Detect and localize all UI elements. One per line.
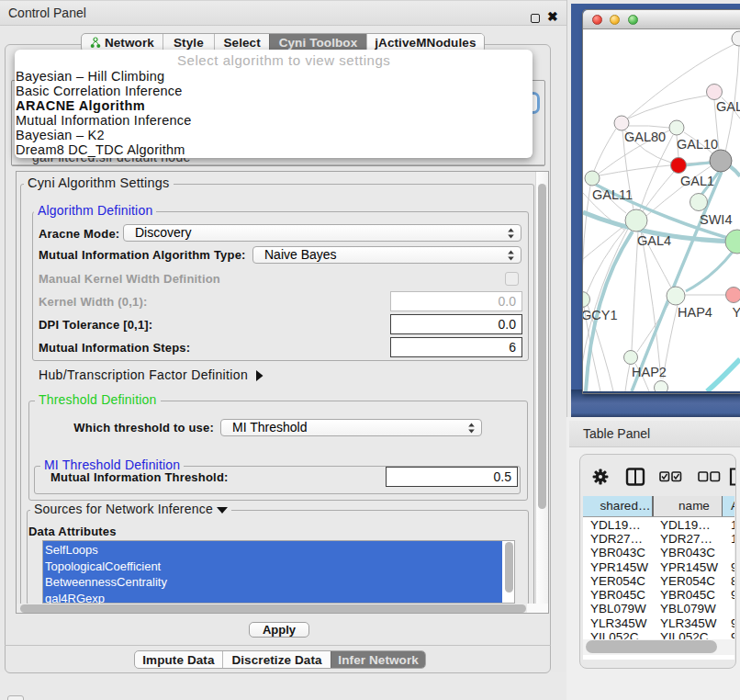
svg-text:GAL1: GAL1 xyxy=(680,174,714,188)
svg-text:GCY1: GCY1 xyxy=(583,308,618,322)
svg-text:HAP4: HAP4 xyxy=(678,305,712,320)
svg-text:GAL4: GAL4 xyxy=(637,233,671,248)
svg-text:SWI4: SWI4 xyxy=(700,212,732,227)
svg-text:GAL10: GAL10 xyxy=(677,137,718,152)
svg-text:HAP2: HAP2 xyxy=(632,365,667,379)
svg-text:GAL: GAL xyxy=(716,99,740,114)
svg-text:Y: Y xyxy=(733,305,740,320)
svg-text:GAL80: GAL80 xyxy=(624,130,666,144)
svg-text:GAL11: GAL11 xyxy=(592,187,633,202)
